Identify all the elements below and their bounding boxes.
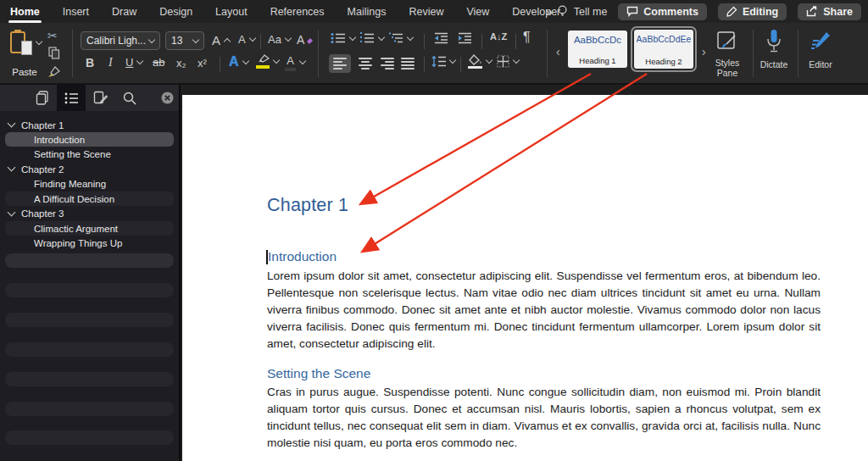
comments-button[interactable]: Comments (618, 3, 707, 20)
sidebar-item-label: Chapter 2 (21, 164, 64, 175)
doc-heading-chapter1[interactable]: Chapter 1 (267, 195, 348, 216)
menu-tab-references[interactable]: References (270, 6, 325, 18)
group-divider (72, 30, 73, 77)
styles-pane-button[interactable] (716, 31, 738, 53)
group-divider (753, 30, 754, 77)
bold-button[interactable]: B (86, 56, 94, 69)
clear-formatting-button[interactable]: A (297, 33, 314, 47)
superscript-button[interactable]: x² (198, 57, 207, 69)
align-right-icon (381, 58, 394, 69)
sidebar-placeholder-row (5, 253, 174, 268)
sidebar-item-label: Wrapping Things Up (34, 238, 122, 248)
sidebar-item-setting-the-scene[interactable]: Setting the Scene (5, 147, 174, 162)
justify-icon (401, 58, 415, 69)
page-edit-icon (93, 91, 108, 105)
menu-tab-view[interactable]: View (466, 6, 489, 18)
font-name-select[interactable]: Calibri Ligh... (81, 31, 160, 50)
sidebar-item-chapter-1[interactable]: Chapter 1 (5, 118, 174, 132)
expand-chevron-icon[interactable] (8, 208, 16, 216)
menu-tab-insert[interactable]: Insert (63, 6, 89, 18)
editing-button[interactable]: Editing (718, 3, 787, 20)
tab-find[interactable] (115, 85, 144, 111)
borders-button[interactable] (497, 55, 519, 68)
editor-button[interactable] (809, 30, 832, 53)
cut-button[interactable]: ✂ (47, 29, 58, 42)
numbering-button[interactable] (359, 32, 384, 44)
strikethrough-button[interactable]: ab (153, 56, 164, 69)
doc-paragraph-2[interactable]: Cras in purus augue. Suspendisse potenti… (267, 384, 821, 452)
dictate-label: Dictate (757, 60, 791, 70)
align-left-button[interactable] (329, 54, 351, 73)
pages-icon (36, 91, 49, 105)
menu-tab-design[interactable]: Design (159, 6, 192, 18)
styles-pane-label: Styles Pane (706, 58, 748, 78)
copy-button[interactable] (48, 47, 60, 59)
tell-me-label: Tell me (574, 6, 608, 18)
sidebar-item-wrapping-things-up[interactable]: Wrapping Things Up (5, 236, 174, 251)
justify-button[interactable] (397, 54, 419, 73)
sidebar-item-chapter-3[interactable]: Chapter 3 (5, 207, 174, 221)
menu-tab-home[interactable]: Home (10, 6, 40, 18)
share-button[interactable]: Share (798, 3, 861, 20)
paint-bucket-icon (468, 54, 482, 69)
align-right-button[interactable] (376, 54, 398, 73)
tell-me-area[interactable]: » Tell me (546, 0, 607, 23)
style-card-heading1[interactable]: AaBbCcDc Heading 1 (568, 31, 627, 68)
format-painter-icon (47, 65, 61, 79)
paste-dropdown-chevron-icon[interactable] (36, 37, 42, 44)
menu-tab-draw[interactable]: Draw (112, 6, 136, 18)
shading-button[interactable] (468, 54, 492, 69)
text-effects-button[interactable]: A (229, 54, 248, 69)
close-pane-button[interactable] (153, 85, 181, 111)
doc-heading-introduction[interactable]: Introduction (268, 249, 337, 264)
tab-thumbnails[interactable] (28, 85, 57, 111)
sort-button[interactable]: A↓Z (490, 31, 507, 42)
change-case-button[interactable]: Aa (268, 33, 291, 46)
grow-font-button[interactable]: A (212, 33, 230, 47)
dictate-button[interactable] (765, 29, 783, 54)
sidebar-item-a-difficult-decision[interactable]: A Difficult Decision (5, 192, 174, 206)
paste-button[interactable] (10, 30, 42, 55)
styles-gallery-next-button[interactable]: › (702, 45, 706, 58)
sidebar-item-finding-meaning[interactable]: Finding Meaning (5, 177, 174, 192)
multilevel-list-button[interactable] (388, 32, 413, 44)
menu-tab-mailings[interactable]: Mailings (348, 6, 387, 18)
doc-paragraph-1[interactable]: Lorem ipsum dolor sit amet, consectetur … (267, 268, 821, 353)
style-card-heading2[interactable]: AaBbCcDdEe Heading 2 (634, 30, 693, 69)
tab-document-map[interactable] (57, 85, 86, 111)
sidebar-item-climactic-argument[interactable]: Climactic Argument (5, 221, 174, 236)
tab-reviewing[interactable] (86, 85, 114, 111)
document-page[interactable]: Chapter 1 Introduction Lorem ipsum dolor… (182, 95, 868, 461)
outline-list-icon (64, 92, 79, 104)
menu-tab-layout[interactable]: Layout (215, 6, 248, 18)
doc-heading-setting-scene[interactable]: Setting the Scene (267, 366, 370, 381)
subscript-button[interactable]: x₂ (176, 57, 186, 69)
sidebar-item-label: Introduction (34, 135, 85, 145)
expand-chevron-icon[interactable] (8, 119, 16, 128)
show-paragraph-marks-button[interactable]: ¶ (523, 30, 531, 45)
bullets-button[interactable] (331, 32, 355, 44)
font-size-select[interactable]: 13 (165, 31, 204, 50)
editor-label: Editor (804, 60, 837, 70)
font-color-button[interactable]: A (285, 54, 305, 71)
increase-indent-button[interactable] (458, 32, 472, 44)
ribbon-home: Paste ✂ Calibri Ligh... 13 A A (0, 23, 868, 85)
sidebar-item-introduction[interactable]: Introduction (5, 132, 174, 147)
sidebar-item-chapter-2[interactable]: Chapter 2 (5, 162, 174, 176)
italic-button[interactable]: I (108, 56, 113, 69)
underline-button[interactable]: U (125, 56, 142, 69)
more-tabs-chevron-icon[interactable]: » (546, 5, 551, 19)
sidebar-item-label: Chapter 1 (21, 120, 64, 131)
line-spacing-icon (431, 55, 446, 68)
menu-tab-review[interactable]: Review (409, 6, 443, 18)
format-painter-button[interactable] (47, 65, 61, 79)
styles-gallery-prev-button[interactable]: ‹ (556, 45, 560, 58)
line-spacing-button[interactable] (431, 55, 455, 68)
decrease-indent-button[interactable] (434, 32, 448, 44)
highlight-button[interactable] (256, 54, 279, 69)
shrink-font-button[interactable]: A (238, 33, 255, 46)
sidebar-placeholder-row (5, 342, 174, 357)
expand-chevron-icon[interactable] (8, 164, 16, 172)
sidebar-placeholder-row (5, 313, 174, 327)
align-center-button[interactable] (354, 54, 376, 73)
